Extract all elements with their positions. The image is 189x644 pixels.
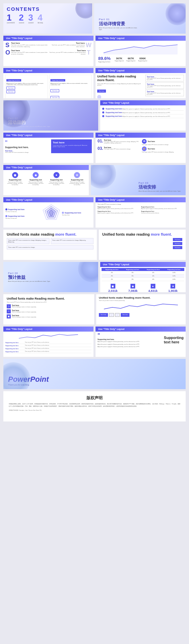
slide-icons: Use "Title Only" Layout ◼ Supporting tex…: [3, 165, 89, 195]
swot-item-o: O Text here Text here, you can PPT notes…: [5, 49, 48, 56]
support-col4: Supporting text here Text desc for this …: [141, 210, 184, 214]
reading-more-title: Unified fonts make Reading more fluent.: [99, 296, 183, 299]
unified2-title: Unified fonts make Reading more fluent.: [7, 297, 91, 301]
swot-item-w: W Text here Text here, you can PPT notes…: [49, 42, 91, 48]
icon-3: ●: [53, 172, 60, 178]
unified-btn: Text here: [97, 90, 106, 93]
part03-label: Part 03: [139, 182, 181, 184]
unified-left: Unified fonts make reading more fluent. …: [97, 75, 144, 98]
part03-sub: About this post that you can create, you…: [139, 190, 181, 192]
contents-num-3: 3 活动安排: [28, 13, 34, 24]
contents-num-2: 2 活动目的: [19, 13, 24, 24]
tl-item-4: ⚡ Text here There type makes PPT items c…: [141, 146, 184, 153]
icon-1: ◼: [12, 172, 18, 178]
reading-box2: There make PPT more convenient to change…: [51, 238, 93, 244]
layout3-left: Supporting text here Adipiscing elit. Fu…: [5, 75, 48, 98]
wave-right-item: Supporting text hereThere can you PPT fo…: [5, 348, 91, 350]
slide-data-table: Use "Title Only" Layout Supporting text …: [100, 262, 186, 292]
icon-item-4: ★ Supporting text There see how PPT make…: [69, 172, 85, 185]
slide-part03: Part 03 活动安排 About this post that you ca…: [91, 165, 186, 195]
reading-btn3: Text here: [173, 246, 182, 249]
layout3-right: Supporting text here Adipiscing elit. Fu…: [49, 75, 92, 98]
bstat-4: ★ 1,903k Supporting text here: [167, 284, 178, 292]
big-stat: 89.6% Supporting text here: [98, 56, 111, 63]
slide-chart: Use "Title Only" Layout 89.6% Supporting…: [96, 36, 186, 66]
reading-more-btn4: Text here: [121, 313, 129, 317]
slide-layout3: Use "Title Only" Layout Supporting text …: [3, 68, 93, 98]
wave-right-item: Supporting text hereThere can you PPT fo…: [5, 345, 91, 347]
tl-item-2: ✉ Text here There type makes PPT items c…: [141, 139, 184, 145]
slide-timeline: Use "Title Only" Layout 01. Text here Th…: [96, 133, 186, 163]
slide-support-right: Use "Title Only" Layout There make PPT m…: [96, 197, 186, 228]
support-col3: Supporting text here Adjust the queue to…: [98, 210, 140, 214]
slide-part01: Part 01 活动详情背景 About this post that you …: [94, 3, 186, 34]
part01-subtitle: About this post that you can create, you…: [99, 27, 139, 30]
reading-btn1: Text here: [173, 238, 182, 241]
icon-item-1: ◼ Supporting text There see how PPT make…: [7, 172, 24, 185]
slide-header: Use "Title Only" Layout: [3, 36, 93, 41]
swot-item-t: T Text here Text here, you can PPT notes…: [49, 49, 91, 56]
bstat-2: ◆ 7,083k Supporting text here: [127, 284, 138, 292]
textbox-item: Text hereThere can be PPT font to Chines…: [145, 82, 184, 89]
bstat-3: ● 4,831k Supporting text here: [148, 284, 158, 292]
unified2-item: ▷Text hereThere is making to state or in…: [7, 304, 91, 308]
slide-contents: CONTENTS 1 活动详情背景 2 活动目的 3 活动安排 4 预计效益: [3, 3, 92, 34]
stat-3: 006K Supporting text: [138, 57, 147, 62]
part06-content: Part 06 预计效益 About this post that you ca…: [8, 272, 50, 282]
slide-wave-right: Use "Title Only" Layout Supporting text …: [3, 327, 93, 357]
reading-more-btn1: Text fonts: [99, 313, 108, 317]
quote-right: Text here Lorem ipsum dolor sit amet, co…: [51, 139, 92, 153]
sup-big-left: " Supporting text here. Adjust the queue…: [98, 333, 162, 347]
slide-header-chart: Use "Title Only" Layout: [96, 36, 186, 41]
slide-reading-right: Unified fonts make reading more fluent. …: [99, 230, 186, 260]
wave-right-item: Supporting text hereThere can you PPT fo…: [5, 342, 91, 344]
reading-box1: There make PPT more convenient to change…: [7, 238, 49, 244]
slide-reading-big-left: Unified fonts make reading more fluent. …: [3, 230, 97, 260]
quote-left: " Supporting text here. Text here There …: [5, 139, 50, 153]
support-col1: Supporting text here Adjust the queue to…: [98, 206, 140, 209]
slide-ppt-end: PowerPoint Thank you for watching.: [3, 359, 186, 389]
reading-right-title: Unified fonts make reading more fluent.: [102, 232, 182, 237]
pie-chart: [42, 204, 61, 224]
support-col2: Supporting text here Adjust the queue to…: [141, 206, 184, 209]
icon-item-3: ● Supporting text There see how PPT make…: [48, 172, 65, 185]
stat-1: 367K Supporting text: [115, 57, 124, 62]
swot-item-s: S Text here Text here, you can PPT notes…: [5, 42, 48, 48]
slide-copyright: 版权声明 本模板由网络上获取，仅供个人学习使用，本模板版权归属原作者，非商业授权…: [3, 391, 186, 421]
stat-2: 667K Supporting text: [126, 57, 136, 62]
tl-item-3: 03. Text here There type makes PPT items…: [98, 146, 140, 153]
unified-right: Text hereThere can be PPT font to Chines…: [145, 75, 184, 98]
part03-title: 活动安排: [139, 184, 181, 190]
reading-box3: There make PPT more convenient to change…: [7, 245, 93, 249]
contents-num-1: 1 活动详情背景: [7, 13, 15, 24]
slide-quote: Use "Title Only" Layout " Supporting tex…: [3, 133, 93, 163]
copyright-body: 本模板由网络上获取，仅供个人学习使用，本模板版权归属原作者，非商业授权，不可用于…: [9, 403, 180, 408]
textbox-item: Text hereThere can be PPT font to Chines…: [145, 90, 184, 96]
reading-btn2: Text here: [173, 242, 182, 245]
unified2-item: ◼Text hereThere is making to state or in…: [7, 314, 91, 318]
sup-big-right: Supportingtext here: [164, 333, 184, 347]
pie-labels-right: Supporting text here Text desc here.: [62, 212, 91, 216]
slide-unified-reading2: Unified fonts make Reading more fluent. …: [3, 294, 94, 325]
support-item-2: Supporting text here Adjust the queue to…: [102, 111, 184, 114]
copyright-title: 版权声明: [9, 395, 180, 401]
slide-reading-more: Unified fonts make Reading more fluent. …: [96, 294, 186, 325]
wave-right-chart: [5, 333, 91, 340]
slide-support-big-right: Use "Title Only" Layout " Supporting tex…: [96, 327, 186, 357]
support-item-3: Supporting text here Adjust the queue to…: [102, 114, 184, 118]
tl-item-1: 01. Text here There type makes PPT items…: [98, 139, 140, 145]
bstat-1: ◼ 2,031k Supporting text here: [108, 284, 118, 292]
copyright-font-note: 本模板字体来源: Campton, Lato, Source Han Sans …: [9, 409, 180, 411]
sup-body: There make PPT more convenient to change…: [98, 204, 184, 205]
textbox-item: Text hereThere can be PPT font to Chines…: [145, 75, 184, 81]
contents-num-4: 4 预计效益: [38, 13, 43, 24]
slide-part06: Part 06 预计效益 About this post that you ca…: [3, 262, 98, 292]
part01-label: Part 01: [99, 18, 139, 21]
wave-chart: [99, 302, 183, 311]
pie-labels-left: Supporting text here Text desc for this …: [5, 208, 41, 219]
icon-2: ◆: [33, 172, 39, 178]
wave-right-item: Supporting text hereThere can you PPT fo…: [5, 351, 91, 353]
icon-4: ★: [74, 172, 80, 178]
slide-swot: Use "Title Only" Layout S Text here Text…: [3, 36, 93, 66]
support-item-1: Supporting text here Adjust the queue to…: [102, 107, 184, 111]
